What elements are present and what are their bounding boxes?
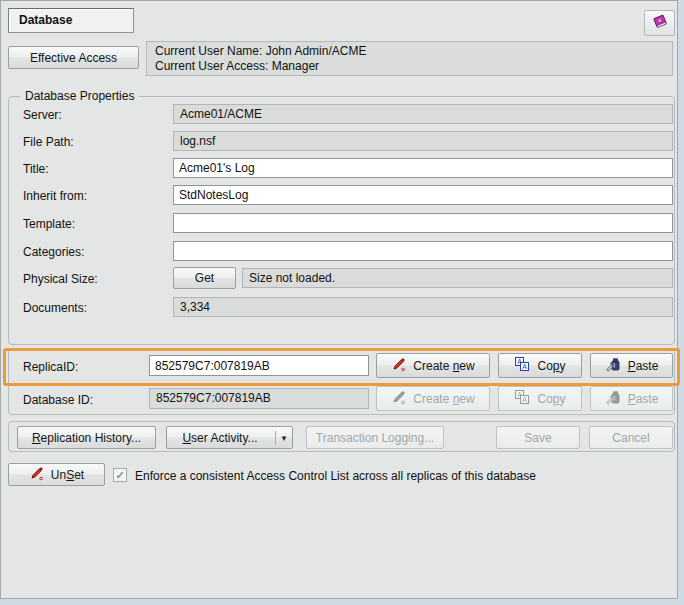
button-label: Copy [537, 359, 565, 373]
replica-copy-button[interactable]: A A Copy [498, 353, 582, 378]
size-status-field: Size not loaded. [242, 268, 673, 288]
categories-label: Categories: [23, 245, 84, 259]
label-post: aste [636, 359, 659, 373]
database-properties-panel: Database Effective Access Current User N… [0, 0, 678, 599]
user-activity-button[interactable]: User Activity... ▾ [166, 426, 293, 449]
replica-id-input[interactable] [149, 355, 369, 376]
properties-window: Database Effective Access Current User N… [0, 0, 684, 605]
inherit-from-input[interactable] [173, 185, 673, 205]
button-label: Create new [413, 359, 474, 373]
label-post: ser Activity... [191, 431, 257, 445]
database-id-paste-button: Paste [590, 386, 673, 411]
documents-label: Documents: [23, 301, 87, 315]
inherit-from-label: Inherit from: [23, 189, 87, 203]
chevron-down-icon[interactable]: ▾ [278, 433, 290, 443]
database-id-copy-button: A A Copy [498, 386, 582, 411]
current-user-name: Current User Name: John Admin/ACME [155, 44, 664, 59]
pen-icon [29, 466, 44, 484]
button-label: Save [524, 431, 551, 445]
label-accel: p [553, 359, 560, 373]
label-post: ew [459, 359, 474, 373]
database-id-create-new-button: Create new [376, 386, 490, 411]
label-post: et [74, 468, 84, 482]
button-label: Create new [413, 392, 474, 406]
svg-text:A: A [523, 363, 528, 370]
button-label: Paste [628, 392, 659, 406]
effective-access-button[interactable]: Effective Access [8, 46, 139, 69]
tab-database[interactable]: Database [8, 8, 134, 33]
documents-field: 3,334 [173, 297, 673, 317]
replication-history-button[interactable]: Replication History... [17, 426, 156, 449]
paste-icon [605, 356, 621, 375]
server-field: Acme01/ACME [173, 104, 673, 124]
button-label: Paste [628, 359, 659, 373]
server-label: Server: [23, 108, 62, 122]
unset-button[interactable]: UnSet [8, 463, 105, 486]
physical-size-label: Physical Size: [23, 272, 98, 286]
replica-id-label: ReplicaID: [23, 360, 78, 374]
button-label: Cancel [612, 431, 649, 445]
cancel-button: Cancel [589, 426, 673, 449]
copy-icon: A A [514, 356, 530, 375]
button-label: Get [195, 271, 214, 285]
template-label: Template: [23, 217, 75, 231]
label-post: y [560, 359, 566, 373]
database-id-label: Database ID: [23, 393, 93, 407]
label-post: eplication History... [41, 431, 141, 445]
acl-checkbox-label: Enforce a consistent Access Control List… [135, 469, 536, 483]
replica-create-new-button[interactable]: Create new [376, 353, 490, 378]
get-size-button[interactable]: Get [173, 267, 236, 289]
current-user-access: Current User Access: Manager [155, 59, 664, 74]
label-accel: P [628, 359, 636, 373]
label-accel: p [553, 392, 560, 406]
template-input[interactable] [173, 213, 673, 233]
button-label: Effective Access [30, 51, 117, 65]
button-label: User Activity... [167, 431, 273, 445]
current-user-infobox: Current User Name: John Admin/ACME Curre… [146, 41, 673, 76]
button-label: Replication History... [32, 431, 141, 445]
save-button: Save [496, 426, 580, 449]
pen-icon [391, 390, 406, 408]
database-id-field: 852579C7:007819AB [149, 388, 369, 409]
check-icon: ✓ [115, 469, 124, 481]
button-label: UnSet [51, 468, 84, 482]
label-post: y [560, 392, 566, 406]
button-label: Copy [537, 392, 565, 406]
label-post: ew [459, 392, 474, 406]
title-label: Title: [23, 162, 49, 176]
book-icon [651, 13, 669, 33]
label-accel: P [628, 392, 636, 406]
copy-icon: A A [514, 389, 530, 408]
label-accel: S [66, 468, 74, 482]
label-accel: R [32, 431, 41, 445]
title-input[interactable] [173, 158, 673, 178]
acl-checkbox[interactable]: ✓ [113, 468, 127, 482]
svg-text:A: A [523, 396, 528, 403]
help-button[interactable] [644, 10, 675, 36]
paste-icon [605, 389, 621, 408]
label-accel: U [182, 431, 191, 445]
replica-paste-button[interactable]: Paste [590, 353, 673, 378]
groupbox-legend: Database Properties [20, 89, 139, 103]
pen-icon [391, 357, 406, 375]
categories-input[interactable] [173, 241, 673, 261]
label-pre: Create [413, 392, 452, 406]
label-post: aste [636, 392, 659, 406]
button-divider [275, 431, 276, 445]
file-path-field: log.nsf [173, 131, 673, 151]
label-pre: Un [51, 468, 66, 482]
transaction-logging-button: Transaction Logging... [306, 426, 444, 449]
label-pre: Co [537, 392, 552, 406]
file-path-label: File Path: [23, 135, 74, 149]
button-label: Transaction Logging... [316, 431, 434, 445]
label-pre: Co [537, 359, 552, 373]
label-pre: Create [413, 359, 452, 373]
